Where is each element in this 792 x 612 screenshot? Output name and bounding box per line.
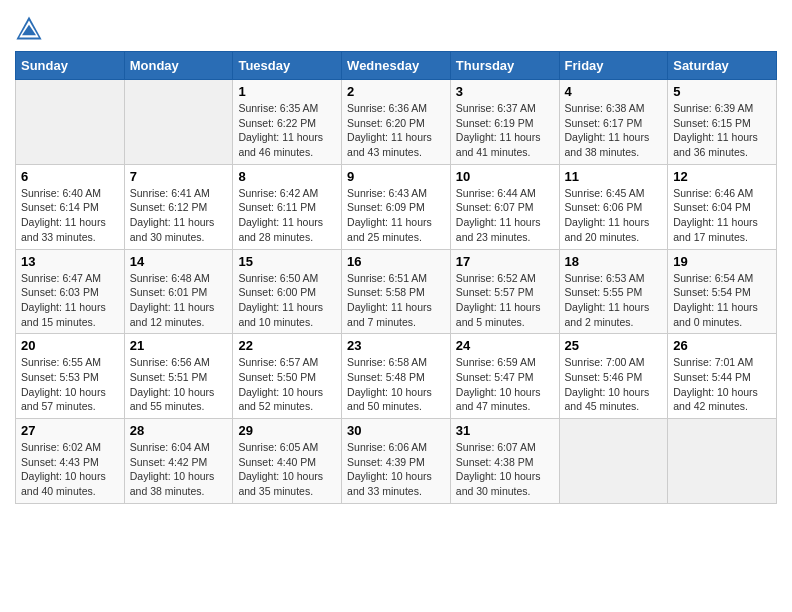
day-number: 14 bbox=[130, 254, 228, 269]
day-info: Sunrise: 6:52 AM Sunset: 5:57 PM Dayligh… bbox=[456, 271, 554, 330]
day-info: Sunrise: 6:39 AM Sunset: 6:15 PM Dayligh… bbox=[673, 101, 771, 160]
day-number: 16 bbox=[347, 254, 445, 269]
calendar-cell: 4Sunrise: 6:38 AM Sunset: 6:17 PM Daylig… bbox=[559, 80, 668, 165]
header-tuesday: Tuesday bbox=[233, 52, 342, 80]
day-info: Sunrise: 6:07 AM Sunset: 4:38 PM Dayligh… bbox=[456, 440, 554, 499]
calendar-cell: 14Sunrise: 6:48 AM Sunset: 6:01 PM Dayli… bbox=[124, 249, 233, 334]
day-info: Sunrise: 6:02 AM Sunset: 4:43 PM Dayligh… bbox=[21, 440, 119, 499]
calendar-cell: 22Sunrise: 6:57 AM Sunset: 5:50 PM Dayli… bbox=[233, 334, 342, 419]
day-number: 30 bbox=[347, 423, 445, 438]
day-number: 1 bbox=[238, 84, 336, 99]
day-info: Sunrise: 6:37 AM Sunset: 6:19 PM Dayligh… bbox=[456, 101, 554, 160]
day-number: 17 bbox=[456, 254, 554, 269]
calendar-cell: 26Sunrise: 7:01 AM Sunset: 5:44 PM Dayli… bbox=[668, 334, 777, 419]
day-number: 8 bbox=[238, 169, 336, 184]
calendar-cell: 15Sunrise: 6:50 AM Sunset: 6:00 PM Dayli… bbox=[233, 249, 342, 334]
page-header bbox=[15, 10, 777, 43]
calendar-cell: 25Sunrise: 7:00 AM Sunset: 5:46 PM Dayli… bbox=[559, 334, 668, 419]
calendar-week-1: 1Sunrise: 6:35 AM Sunset: 6:22 PM Daylig… bbox=[16, 80, 777, 165]
calendar-cell bbox=[559, 419, 668, 504]
calendar-cell: 23Sunrise: 6:58 AM Sunset: 5:48 PM Dayli… bbox=[342, 334, 451, 419]
calendar-cell: 24Sunrise: 6:59 AM Sunset: 5:47 PM Dayli… bbox=[450, 334, 559, 419]
day-number: 29 bbox=[238, 423, 336, 438]
calendar-cell: 18Sunrise: 6:53 AM Sunset: 5:55 PM Dayli… bbox=[559, 249, 668, 334]
day-number: 6 bbox=[21, 169, 119, 184]
calendar-cell: 11Sunrise: 6:45 AM Sunset: 6:06 PM Dayli… bbox=[559, 164, 668, 249]
day-number: 15 bbox=[238, 254, 336, 269]
day-number: 20 bbox=[21, 338, 119, 353]
calendar-week-5: 27Sunrise: 6:02 AM Sunset: 4:43 PM Dayli… bbox=[16, 419, 777, 504]
day-info: Sunrise: 6:55 AM Sunset: 5:53 PM Dayligh… bbox=[21, 355, 119, 414]
calendar-table: SundayMondayTuesdayWednesdayThursdayFrid… bbox=[15, 51, 777, 504]
calendar-week-4: 20Sunrise: 6:55 AM Sunset: 5:53 PM Dayli… bbox=[16, 334, 777, 419]
calendar-cell bbox=[124, 80, 233, 165]
day-number: 24 bbox=[456, 338, 554, 353]
header-saturday: Saturday bbox=[668, 52, 777, 80]
calendar-cell: 10Sunrise: 6:44 AM Sunset: 6:07 PM Dayli… bbox=[450, 164, 559, 249]
day-info: Sunrise: 6:46 AM Sunset: 6:04 PM Dayligh… bbox=[673, 186, 771, 245]
day-number: 9 bbox=[347, 169, 445, 184]
day-number: 7 bbox=[130, 169, 228, 184]
header-friday: Friday bbox=[559, 52, 668, 80]
header-wednesday: Wednesday bbox=[342, 52, 451, 80]
day-info: Sunrise: 7:00 AM Sunset: 5:46 PM Dayligh… bbox=[565, 355, 663, 414]
day-info: Sunrise: 6:59 AM Sunset: 5:47 PM Dayligh… bbox=[456, 355, 554, 414]
calendar-cell: 20Sunrise: 6:55 AM Sunset: 5:53 PM Dayli… bbox=[16, 334, 125, 419]
day-info: Sunrise: 6:40 AM Sunset: 6:14 PM Dayligh… bbox=[21, 186, 119, 245]
day-info: Sunrise: 6:06 AM Sunset: 4:39 PM Dayligh… bbox=[347, 440, 445, 499]
calendar-cell: 5Sunrise: 6:39 AM Sunset: 6:15 PM Daylig… bbox=[668, 80, 777, 165]
day-number: 22 bbox=[238, 338, 336, 353]
calendar-cell: 3Sunrise: 6:37 AM Sunset: 6:19 PM Daylig… bbox=[450, 80, 559, 165]
day-number: 25 bbox=[565, 338, 663, 353]
day-info: Sunrise: 6:47 AM Sunset: 6:03 PM Dayligh… bbox=[21, 271, 119, 330]
day-info: Sunrise: 6:35 AM Sunset: 6:22 PM Dayligh… bbox=[238, 101, 336, 160]
day-info: Sunrise: 6:58 AM Sunset: 5:48 PM Dayligh… bbox=[347, 355, 445, 414]
day-number: 10 bbox=[456, 169, 554, 184]
header-sunday: Sunday bbox=[16, 52, 125, 80]
day-number: 19 bbox=[673, 254, 771, 269]
calendar-cell: 27Sunrise: 6:02 AM Sunset: 4:43 PM Dayli… bbox=[16, 419, 125, 504]
calendar-cell: 19Sunrise: 6:54 AM Sunset: 5:54 PM Dayli… bbox=[668, 249, 777, 334]
calendar-cell: 6Sunrise: 6:40 AM Sunset: 6:14 PM Daylig… bbox=[16, 164, 125, 249]
day-info: Sunrise: 6:36 AM Sunset: 6:20 PM Dayligh… bbox=[347, 101, 445, 160]
calendar-cell: 2Sunrise: 6:36 AM Sunset: 6:20 PM Daylig… bbox=[342, 80, 451, 165]
day-info: Sunrise: 6:54 AM Sunset: 5:54 PM Dayligh… bbox=[673, 271, 771, 330]
calendar-cell: 12Sunrise: 6:46 AM Sunset: 6:04 PM Dayli… bbox=[668, 164, 777, 249]
calendar-cell: 29Sunrise: 6:05 AM Sunset: 4:40 PM Dayli… bbox=[233, 419, 342, 504]
day-number: 26 bbox=[673, 338, 771, 353]
calendar-week-2: 6Sunrise: 6:40 AM Sunset: 6:14 PM Daylig… bbox=[16, 164, 777, 249]
calendar-cell: 28Sunrise: 6:04 AM Sunset: 4:42 PM Dayli… bbox=[124, 419, 233, 504]
calendar-cell: 8Sunrise: 6:42 AM Sunset: 6:11 PM Daylig… bbox=[233, 164, 342, 249]
header-thursday: Thursday bbox=[450, 52, 559, 80]
day-number: 18 bbox=[565, 254, 663, 269]
day-info: Sunrise: 6:41 AM Sunset: 6:12 PM Dayligh… bbox=[130, 186, 228, 245]
logo-icon bbox=[15, 15, 43, 43]
day-number: 31 bbox=[456, 423, 554, 438]
calendar-cell: 13Sunrise: 6:47 AM Sunset: 6:03 PM Dayli… bbox=[16, 249, 125, 334]
calendar-cell: 17Sunrise: 6:52 AM Sunset: 5:57 PM Dayli… bbox=[450, 249, 559, 334]
day-info: Sunrise: 6:04 AM Sunset: 4:42 PM Dayligh… bbox=[130, 440, 228, 499]
calendar-cell: 30Sunrise: 6:06 AM Sunset: 4:39 PM Dayli… bbox=[342, 419, 451, 504]
day-number: 2 bbox=[347, 84, 445, 99]
day-number: 28 bbox=[130, 423, 228, 438]
day-number: 11 bbox=[565, 169, 663, 184]
day-info: Sunrise: 7:01 AM Sunset: 5:44 PM Dayligh… bbox=[673, 355, 771, 414]
day-info: Sunrise: 6:43 AM Sunset: 6:09 PM Dayligh… bbox=[347, 186, 445, 245]
calendar-cell bbox=[16, 80, 125, 165]
calendar-cell: 9Sunrise: 6:43 AM Sunset: 6:09 PM Daylig… bbox=[342, 164, 451, 249]
day-info: Sunrise: 6:57 AM Sunset: 5:50 PM Dayligh… bbox=[238, 355, 336, 414]
header-monday: Monday bbox=[124, 52, 233, 80]
calendar-header-row: SundayMondayTuesdayWednesdayThursdayFrid… bbox=[16, 52, 777, 80]
calendar-cell: 16Sunrise: 6:51 AM Sunset: 5:58 PM Dayli… bbox=[342, 249, 451, 334]
day-info: Sunrise: 6:44 AM Sunset: 6:07 PM Dayligh… bbox=[456, 186, 554, 245]
calendar-week-3: 13Sunrise: 6:47 AM Sunset: 6:03 PM Dayli… bbox=[16, 249, 777, 334]
day-info: Sunrise: 6:50 AM Sunset: 6:00 PM Dayligh… bbox=[238, 271, 336, 330]
day-number: 3 bbox=[456, 84, 554, 99]
calendar-cell: 7Sunrise: 6:41 AM Sunset: 6:12 PM Daylig… bbox=[124, 164, 233, 249]
day-number: 21 bbox=[130, 338, 228, 353]
calendar-cell: 1Sunrise: 6:35 AM Sunset: 6:22 PM Daylig… bbox=[233, 80, 342, 165]
day-info: Sunrise: 6:42 AM Sunset: 6:11 PM Dayligh… bbox=[238, 186, 336, 245]
day-number: 5 bbox=[673, 84, 771, 99]
day-info: Sunrise: 6:45 AM Sunset: 6:06 PM Dayligh… bbox=[565, 186, 663, 245]
day-number: 13 bbox=[21, 254, 119, 269]
